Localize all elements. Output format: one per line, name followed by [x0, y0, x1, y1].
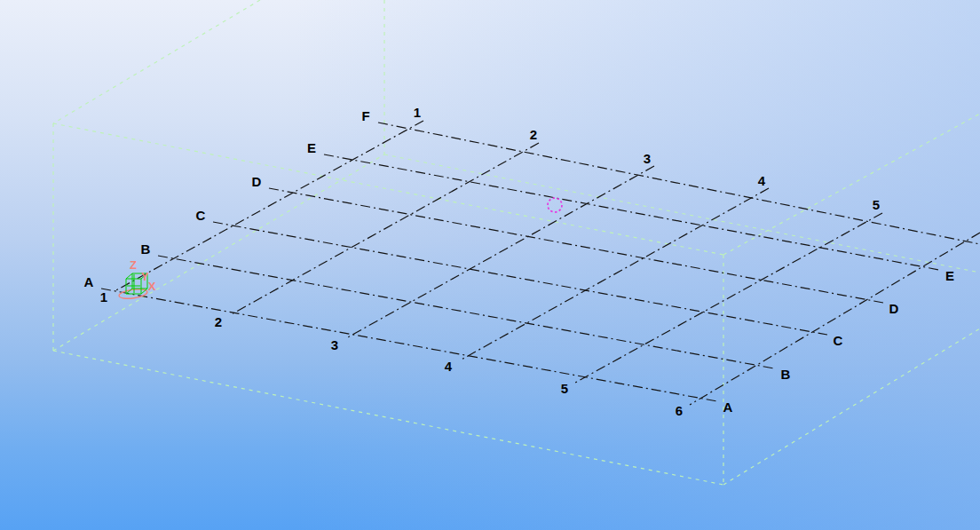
grid-label-F-left: F: [361, 108, 369, 123]
grid-line-A[interactable]: [101, 289, 717, 401]
grid-line-B[interactable]: [158, 256, 774, 368]
axis-labels: ZYX: [130, 258, 156, 293]
grid-line-E[interactable]: [324, 154, 939, 270]
grid-label-1-top: 1: [414, 105, 421, 120]
grid-label-B-left: B: [141, 241, 151, 257]
work-area-box-edge: [53, 351, 723, 485]
structural-grid[interactable]: [101, 121, 980, 405]
highlight-circle[interactable]: [548, 198, 562, 212]
work-area-box-edge: [723, 328, 980, 485]
grid-label-3-top: 3: [644, 151, 651, 166]
grid-label-5-bottom: 5: [561, 381, 568, 396]
grid-label-C-left: C: [196, 208, 206, 223]
grid-label-B-right: B: [781, 367, 791, 382]
grid-label-4-top: 4: [758, 173, 766, 188]
grid-label-D-right: D: [889, 301, 899, 316]
grid-labels: 11223344556AABBCCDDEEF: [84, 105, 954, 418]
grid-label-3-bottom: 3: [331, 337, 338, 352]
work-area-box-edge: [53, 123, 723, 255]
grid-line-4[interactable]: [460, 188, 769, 360]
grid-label-2-top: 2: [530, 127, 537, 142]
axis-label-x: X: [148, 280, 156, 293]
grid-label-A-left: A: [84, 274, 94, 289]
grid-label-5-top: 5: [873, 197, 880, 212]
3d-viewport[interactable]: 11223344556AABBCCDDEEF ZYX: [0, 0, 980, 530]
grid-label-6-bottom: 6: [676, 403, 683, 418]
grid-label-D-left: D: [252, 174, 262, 189]
grid-line-C[interactable]: [213, 222, 827, 335]
grid-line-1[interactable]: [115, 121, 423, 291]
grid-label-C-right: C: [834, 333, 843, 348]
grid-line-2[interactable]: [230, 143, 539, 315]
grid-label-E-left: E: [307, 140, 316, 155]
grid-label-4-bottom: 4: [445, 359, 453, 374]
grid-line-D[interactable]: [269, 188, 883, 303]
grid-line-6[interactable]: [690, 233, 980, 405]
viewport-canvas[interactable]: 11223344556AABBCCDDEEF ZYX: [0, 0, 980, 530]
work-area-box-edge: [53, 0, 260, 123]
grid-label-1-bottom: 1: [100, 289, 107, 305]
grid-label-A-right: A: [723, 399, 733, 415]
grid-label-E-right: E: [945, 268, 954, 283]
work-area-box-edge: [384, 154, 980, 273]
grid-line-3[interactable]: [346, 166, 654, 338]
axis-label-z: Z: [130, 258, 137, 272]
grid-label-2-bottom: 2: [215, 314, 222, 329]
grid-line-5[interactable]: [575, 213, 882, 383]
grid-line-F[interactable]: [378, 123, 980, 244]
